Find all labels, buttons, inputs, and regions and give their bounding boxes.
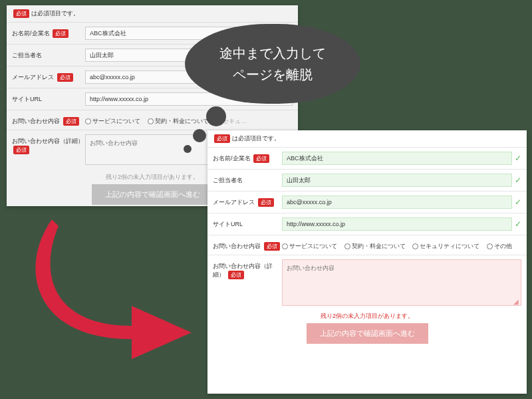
bubble-line: 途中まで入力して [219, 43, 326, 64]
bubble-dot-icon [193, 129, 206, 142]
url-input[interactable] [282, 217, 512, 231]
form-panel-after: 必須 は必須項目です。 お名前/企業名 必須 ✓ ご担当者名 ✓ メールアドレス… [207, 130, 527, 394]
bubble-dot-icon [184, 145, 192, 153]
row-inquiry-type: お問い合わせ内容 必須 サービスについて 契約・料金について セキュ… [7, 110, 298, 130]
speech-bubble: 途中まで入力して ページを離脱 [185, 24, 360, 104]
row-person: ご担当者名 ✓ [207, 169, 527, 191]
submit-button[interactable]: 上記の内容で確認画面へ進む [92, 184, 213, 205]
person-input[interactable] [282, 174, 512, 187]
inquiry-radio-group: サービスについて 契約・料金について セキュリティについて その他 [282, 239, 521, 251]
radio-option[interactable]: 契約・料金について [148, 117, 209, 126]
row-name: お名前/企業名 必須 ✓ [207, 147, 527, 169]
required-note: 必須 は必須項目です。 [207, 130, 527, 147]
required-badge: 必須 [13, 9, 29, 18]
radio-option[interactable]: サービスについて [282, 242, 337, 251]
submit-button[interactable]: 上記の内容で確認画面へ進む [307, 323, 428, 344]
inquiry-textarea[interactable] [282, 259, 521, 306]
bubble-line: ページを離脱 [233, 64, 313, 85]
radio-option[interactable]: サービスについて [85, 117, 140, 126]
name-input[interactable] [282, 152, 512, 165]
check-icon: ✓ [515, 198, 521, 207]
required-note: 必須 は必須項目です。 [7, 5, 298, 22]
check-icon: ✓ [515, 219, 521, 229]
inquiry-radio-group: サービスについて 契約・料金について セキュ… [85, 114, 293, 126]
check-icon: ✓ [515, 176, 521, 185]
required-badge: 必須 [214, 134, 230, 143]
row-url: サイトURL ✓ [207, 213, 527, 235]
row-email: メールアドレス 必須 ✓ [207, 191, 527, 213]
email-input[interactable] [282, 196, 512, 209]
arrow-icon [32, 219, 205, 359]
row-inquiry-type: お問い合わせ内容 必須 サービスについて 契約・料金について セキュリティについ… [207, 235, 527, 255]
row-inquiry-detail: お問い合わせ内容（詳細） 必須 ◢ [207, 255, 527, 309]
remaining-notice: 残り2個の未入力項目があります。 [207, 312, 527, 321]
check-icon: ✓ [515, 154, 521, 163]
radio-option[interactable]: その他 [487, 242, 512, 251]
radio-option[interactable]: 契約・料金について [344, 242, 406, 251]
radio-option[interactable]: セキュリティについて [412, 242, 479, 251]
bubble-dot-icon [206, 106, 226, 126]
